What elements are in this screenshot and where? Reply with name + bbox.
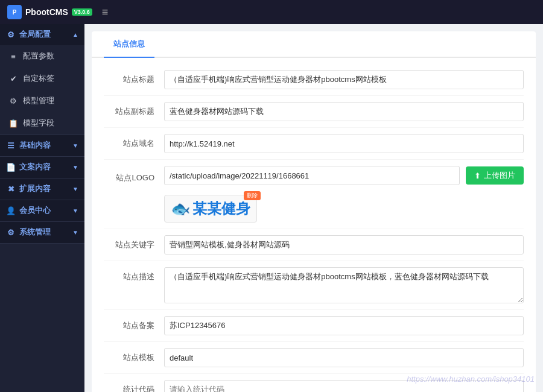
sidebar-section-header-member-center[interactable]: 👤 会员中心 ▼ xyxy=(0,200,84,221)
form-row-site-title: 站点标题 xyxy=(104,64,524,96)
logo-preview-wrap: 🐟 某某健身 删除 xyxy=(164,195,257,223)
member-center-arrow: ▼ xyxy=(72,207,78,214)
site-domain-input[interactable] xyxy=(164,134,524,153)
ext-content-label: 扩展内容 xyxy=(19,184,51,194)
sidebar-section-header-system-manage[interactable]: ⚙ 系统管理 ▼ xyxy=(0,222,84,243)
stats-code-label: 统计代码 xyxy=(104,380,164,392)
ext-content-arrow: ▼ xyxy=(72,186,78,192)
system-manage-label: 系统管理 xyxy=(19,227,51,238)
config-params-icon: ≡ xyxy=(8,52,18,61)
site-subtitle-label: 站点副标题 xyxy=(104,102,164,117)
model-manage-icon: ⚙ xyxy=(8,96,18,106)
global-config-arrow: ▲ xyxy=(72,31,78,38)
text-content-arrow: ▼ xyxy=(72,164,78,171)
sidebar-section-global-config: ⚙ 全局配置 ▲ ≡ 配置参数 ✔ 自定标签 ⚙ 模型管理 📋 模型字段 xyxy=(0,24,84,135)
sidebar-item-model-manage[interactable]: ⚙ 模型管理 xyxy=(0,90,84,112)
basic-content-icon: ☰ xyxy=(6,141,16,150)
form-row-site-template: 站点模板 xyxy=(104,342,524,374)
global-config-label: 全局配置 xyxy=(19,30,51,40)
logo-preview-text: 某某健身 xyxy=(192,199,250,218)
version-badge: V3.0.6 xyxy=(72,8,92,16)
site-icp-control xyxy=(164,316,524,335)
card-tab-bar: 站点信息 xyxy=(92,31,536,58)
content-card: 站点信息 站点标题 站点副标题 xyxy=(92,31,536,392)
form-row-site-icp: 站点备案 xyxy=(104,310,524,342)
upload-icon: ⬆ xyxy=(474,171,481,180)
basic-content-arrow: ▼ xyxy=(72,142,78,149)
member-center-icon: 👤 xyxy=(6,206,16,215)
ext-content-icon: ✖ xyxy=(6,185,16,194)
main-wrapper: 站点信息 站点标题 站点副标题 xyxy=(84,24,543,392)
site-template-control xyxy=(164,348,524,367)
upload-btn-label: 上传图片 xyxy=(484,170,515,181)
site-desc-control: （自适应手机端)响应式营销型运动健身器材pbootcms网站模板，蓝色健身器材网… xyxy=(164,267,524,303)
topbar: P PbootCMS V3.0.6 ≡ xyxy=(0,0,543,24)
form-row-site-subtitle: 站点副标题 xyxy=(104,96,524,128)
site-domain-label: 站点域名 xyxy=(104,134,164,149)
tab-site-info[interactable]: 站点信息 xyxy=(104,31,154,58)
form-row-site-domain: 站点域名 xyxy=(104,128,524,160)
site-subtitle-control xyxy=(164,102,524,121)
site-domain-control xyxy=(164,134,524,153)
logo-fish-icon: 🐟 xyxy=(171,200,190,218)
sidebar-section-header-ext-content[interactable]: ✖ 扩展内容 ▼ xyxy=(0,179,84,200)
site-subtitle-input[interactable] xyxy=(164,102,524,121)
section-header-left: ⚙ 全局配置 xyxy=(6,30,51,40)
system-manage-arrow: ▼ xyxy=(72,229,78,236)
global-config-icon: ⚙ xyxy=(6,30,16,39)
logo-preview: 🐟 某某健身 xyxy=(164,195,257,223)
form-row-site-keywords: 站点关键字 xyxy=(104,229,524,261)
section-header-left-basic: ☰ 基础内容 xyxy=(6,141,51,151)
custom-tags-icon: ✔ xyxy=(8,74,18,83)
site-logo-label: 站点LOGO xyxy=(104,168,164,183)
site-desc-textarea[interactable]: （自适应手机端)响应式营销型运动健身器材pbootcms网站模板，蓝色健身器材网… xyxy=(164,267,524,303)
sidebar-item-custom-tags[interactable]: ✔ 自定标签 xyxy=(0,68,84,90)
form-row-site-logo: 站点LOGO ⬆ 上传图片 xyxy=(104,160,524,229)
sidebar-section-header-global-config[interactable]: ⚙ 全局配置 ▲ xyxy=(0,24,84,45)
site-logo-path-input[interactable] xyxy=(164,166,460,185)
stats-code-control xyxy=(164,380,524,392)
sidebar-section-ext-content: ✖ 扩展内容 ▼ xyxy=(0,179,84,200)
config-params-label: 配置参数 xyxy=(23,51,54,62)
custom-tags-label: 自定标签 xyxy=(23,74,54,84)
sidebar-section-basic-content: ☰ 基础内容 ▼ xyxy=(0,135,84,157)
site-template-input[interactable] xyxy=(164,348,524,367)
form-row-site-desc: 站点描述 （自适应手机端)响应式营销型运动健身器材pbootcms网站模板，蓝色… xyxy=(104,261,524,310)
app-name: PbootCMS xyxy=(25,7,68,17)
stats-code-textarea[interactable] xyxy=(164,380,524,392)
site-icp-input[interactable] xyxy=(164,316,524,335)
system-manage-icon: ⚙ xyxy=(6,228,16,237)
form-body: 站点标题 站点副标题 xyxy=(92,58,536,392)
model-fields-label: 模型字段 xyxy=(23,118,54,128)
logo-delete-badge[interactable]: 删除 xyxy=(244,191,261,200)
main-content: 站点信息 站点标题 站点副标题 xyxy=(84,24,543,392)
sidebar-section-header-text-content[interactable]: 📄 文案内容 ▼ xyxy=(0,157,84,178)
sidebar-section-text-content: 📄 文案内容 ▼ xyxy=(0,157,84,179)
section-header-left-text: 📄 文案内容 xyxy=(6,162,51,172)
form-row-stats-code: 统计代码 xyxy=(104,374,524,392)
site-template-label: 站点模板 xyxy=(104,348,164,363)
text-content-label: 文案内容 xyxy=(19,162,51,172)
sidebar-item-model-fields[interactable]: 📋 模型字段 xyxy=(0,112,84,134)
site-keywords-label: 站点关键字 xyxy=(104,235,164,250)
logo-icon: P xyxy=(7,5,22,19)
member-center-label: 会员中心 xyxy=(19,206,51,216)
sidebar-item-config-params[interactable]: ≡ 配置参数 xyxy=(0,45,84,68)
site-desc-label: 站点描述 xyxy=(104,267,164,282)
sidebar: ⚙ 全局配置 ▲ ≡ 配置参数 ✔ 自定标签 ⚙ 模型管理 📋 模型字段 xyxy=(0,24,84,392)
sidebar-section-member-center: 👤 会员中心 ▼ xyxy=(0,200,84,222)
section-header-left-ext: ✖ 扩展内容 xyxy=(6,184,51,194)
site-keywords-control xyxy=(164,235,524,254)
sidebar-section-system-manage: ⚙ 系统管理 ▼ xyxy=(0,222,84,244)
model-fields-icon: 📋 xyxy=(8,119,18,128)
site-title-label: 站点标题 xyxy=(104,70,164,85)
sidebar-section-header-basic-content[interactable]: ☰ 基础内容 ▼ xyxy=(0,135,84,156)
menu-toggle-icon[interactable]: ≡ xyxy=(102,6,109,19)
layout: ⚙ 全局配置 ▲ ≡ 配置参数 ✔ 自定标签 ⚙ 模型管理 📋 模型字段 xyxy=(0,24,543,392)
upload-logo-button[interactable]: ⬆ 上传图片 xyxy=(466,166,524,185)
model-manage-label: 模型管理 xyxy=(23,96,54,106)
site-title-control xyxy=(164,70,524,89)
site-title-input[interactable] xyxy=(164,70,524,89)
section-header-left-member: 👤 会员中心 xyxy=(6,206,51,216)
site-keywords-input[interactable] xyxy=(164,235,524,254)
